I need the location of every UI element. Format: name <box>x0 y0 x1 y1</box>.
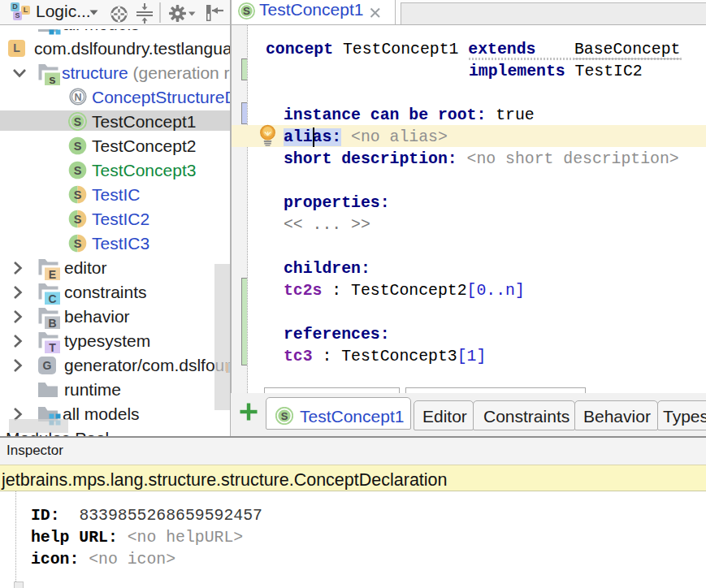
svg-text:C: C <box>48 292 56 305</box>
svg-text:S: S <box>74 213 82 226</box>
svg-text:S: S <box>74 164 82 177</box>
svg-text:S: S <box>74 188 82 201</box>
svg-text:T: T <box>49 341 56 354</box>
svg-text:S: S <box>74 237 82 250</box>
svg-text:S: S <box>74 140 82 153</box>
svg-text:B: B <box>48 317 56 330</box>
svg-text:S: S <box>74 115 81 128</box>
svg-text:E: E <box>49 268 56 281</box>
svg-text:s: s <box>49 72 55 86</box>
svg-text:S: S <box>281 409 288 422</box>
svg-text:N: N <box>74 92 81 103</box>
svg-text:S: S <box>243 5 250 17</box>
